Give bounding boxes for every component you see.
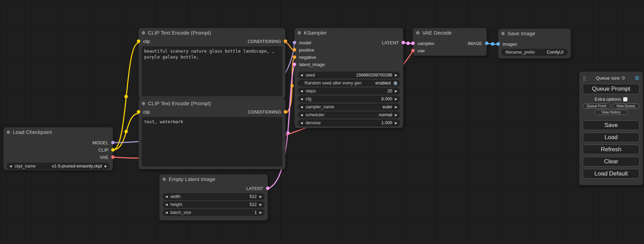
- widget-value: 1: [191, 210, 257, 215]
- node-ksampler[interactable]: KSampler model LATENT positive negative …: [294, 28, 403, 128]
- increment-icon[interactable]: ▶: [105, 163, 107, 170]
- increment-icon[interactable]: ▶: [395, 72, 397, 79]
- load-button[interactable]: Load: [583, 133, 639, 142]
- view-queue-button[interactable]: View Queue: [612, 103, 640, 109]
- increment-icon[interactable]: ▶: [259, 209, 262, 216]
- wire-midpoint-dot: [290, 84, 294, 88]
- save-button[interactable]: Save: [583, 120, 639, 130]
- widget-label: Random seed after every gen: [305, 81, 362, 85]
- io-row-model-latent: model LATENT: [294, 39, 403, 46]
- settings-gear-icon[interactable]: ⚙: [635, 75, 639, 81]
- node-titlebar[interactable]: CLIP Text Encode (Prompt): [139, 28, 285, 38]
- latent-image-input-port[interactable]: [293, 63, 296, 66]
- model-output-port[interactable]: [111, 141, 115, 144]
- images-input-port[interactable]: [496, 42, 500, 46]
- vae-output-port[interactable]: [111, 155, 115, 159]
- decrement-icon[interactable]: ◀: [9, 163, 12, 170]
- node-titlebar[interactable]: CLIP Text Encode (Prompt): [139, 99, 285, 108]
- batch-size-widget[interactable]: ◀ batch_size 1 ▶: [162, 209, 265, 216]
- latent-output-port[interactable]: [402, 41, 405, 44]
- collapse-dot-icon[interactable]: [142, 102, 145, 105]
- sampler-name-widget[interactable]: ◀ sampler_name euler ▶: [298, 103, 400, 110]
- random-seed-toggle[interactable]: Random seed after every gen enabled: [298, 80, 400, 87]
- height-widget[interactable]: ◀ height 512 ▶: [162, 201, 265, 208]
- filename-prefix-widget[interactable]: filename_prefix ComfyUI: [501, 49, 568, 56]
- input-row-negative: negative: [294, 54, 403, 61]
- node-titlebar[interactable]: KSampler: [294, 28, 403, 38]
- node-title: VAE Decode: [422, 30, 452, 36]
- increment-icon[interactable]: ▶: [395, 96, 397, 102]
- increment-icon[interactable]: ▶: [395, 103, 397, 110]
- node-titlebar[interactable]: Load Checkpoint: [3, 127, 113, 137]
- decrement-icon[interactable]: ◀: [165, 209, 168, 216]
- steps-widget[interactable]: ◀ steps 20 ▶: [298, 88, 400, 94]
- load-default-button[interactable]: Load Default: [583, 169, 639, 179]
- input-label-vae: vae: [413, 48, 425, 53]
- samples-input-port[interactable]: [411, 42, 415, 45]
- decrement-icon[interactable]: ◀: [300, 103, 303, 110]
- decrement-icon[interactable]: ◀: [300, 96, 303, 102]
- queue-prompt-button[interactable]: Queue Prompt: [583, 84, 639, 94]
- increment-icon[interactable]: ▶: [259, 193, 262, 200]
- increment-icon[interactable]: ▶: [395, 88, 397, 94]
- clip-output-port[interactable]: [111, 148, 115, 152]
- width-widget[interactable]: ◀ width 512 ▶: [162, 193, 265, 200]
- widget-label: scheduler: [306, 112, 324, 117]
- cfg-widget[interactable]: ◀ cfg 8.000 ▶: [298, 96, 400, 102]
- output-row-model: MODEL: [3, 139, 113, 146]
- denoise-widget[interactable]: ◀ denoise 1.000 ▶: [298, 119, 400, 126]
- queue-front-button[interactable]: Queue Front: [583, 103, 610, 109]
- collapse-dot-icon[interactable]: [501, 32, 505, 35]
- node-canvas[interactable]: { "colors": { "canvas_bg": "#1e1e1e", "n…: [0, 0, 644, 244]
- drag-handle-icon[interactable]: ⣿: [583, 75, 586, 81]
- model-input-port[interactable]: [293, 41, 296, 44]
- node-titlebar[interactable]: Save Image: [498, 29, 571, 38]
- collapse-dot-icon[interactable]: [416, 31, 420, 35]
- increment-icon[interactable]: ▶: [395, 111, 397, 118]
- positive-prompt-textarea[interactable]: beautiful scenery nature glass bottle la…: [142, 46, 282, 96]
- decrement-icon[interactable]: ◀: [300, 88, 303, 94]
- node-titlebar[interactable]: Empty Latent Image: [159, 174, 268, 184]
- decrement-icon[interactable]: ◀: [300, 72, 303, 79]
- collapse-dot-icon[interactable]: [142, 31, 145, 35]
- node-clip-text-encode-positive[interactable]: CLIP Text Encode (Prompt) clip CONDITION…: [139, 28, 285, 99]
- positive-input-port[interactable]: [293, 48, 296, 52]
- collapse-dot-icon[interactable]: [162, 178, 166, 181]
- node-save-image[interactable]: Save Image images filename_prefix ComfyU…: [498, 29, 571, 58]
- image-output-port[interactable]: [485, 42, 488, 45]
- node-clip-text-encode-negative[interactable]: CLIP Text Encode (Prompt) clip CONDITION…: [139, 99, 285, 169]
- conditioning-output-port[interactable]: [284, 110, 287, 114]
- output-label-conditioning: CONDITIONING: [248, 38, 285, 45]
- collapse-dot-icon[interactable]: [7, 130, 10, 134]
- ckpt-name-widget[interactable]: ◀ ckpt_name v1-5-pruned-emaonly.ckpt ▶: [7, 163, 110, 170]
- node-titlebar[interactable]: VAE Decode: [413, 28, 487, 38]
- decrement-icon[interactable]: ◀: [165, 201, 168, 208]
- decrement-icon[interactable]: ◀: [300, 111, 303, 118]
- view-history-button[interactable]: View History: [594, 110, 628, 115]
- refresh-button[interactable]: Refresh: [583, 145, 639, 154]
- decrement-icon[interactable]: ◀: [165, 193, 168, 200]
- node-vae-decode[interactable]: VAE Decode samples IMAGE vae: [413, 28, 487, 56]
- clear-button[interactable]: Clear: [583, 157, 639, 166]
- output-label-latent: LATENT: [382, 39, 403, 46]
- clip-input-port[interactable]: [137, 110, 140, 114]
- scheduler-widget[interactable]: ◀ scheduler normal ▶: [298, 111, 400, 118]
- clip-input-port[interactable]: [137, 39, 140, 43]
- seed-widget[interactable]: ◀ seed 156680208700286 ▶: [298, 72, 400, 79]
- latent-output-port[interactable]: [266, 187, 270, 190]
- queue-menu-panel[interactable]: ⣿ Queue size: 0 ⚙ Queue Prompt Extra opt…: [579, 72, 643, 185]
- vae-input-port[interactable]: [411, 49, 415, 52]
- increment-icon[interactable]: ▶: [395, 119, 397, 126]
- extra-options-checkbox[interactable]: [623, 97, 627, 101]
- negative-input-port[interactable]: [293, 55, 296, 59]
- collapse-dot-icon[interactable]: [298, 31, 301, 35]
- node-load-checkpoint[interactable]: Load Checkpoint MODEL CLIP VAE ◀ ckpt_na…: [3, 127, 113, 170]
- toggle-knob[interactable]: [394, 81, 397, 85]
- node-title: Load Checkpoint: [13, 129, 52, 135]
- decrement-icon[interactable]: ◀: [300, 119, 303, 126]
- input-label-negative: negative: [294, 55, 316, 60]
- conditioning-output-port[interactable]: [284, 39, 287, 43]
- increment-icon[interactable]: ▶: [259, 201, 262, 208]
- node-empty-latent-image[interactable]: Empty Latent Image LATENT ◀ width 512 ▶ …: [159, 174, 268, 220]
- negative-prompt-textarea[interactable]: text, watermark: [142, 117, 282, 166]
